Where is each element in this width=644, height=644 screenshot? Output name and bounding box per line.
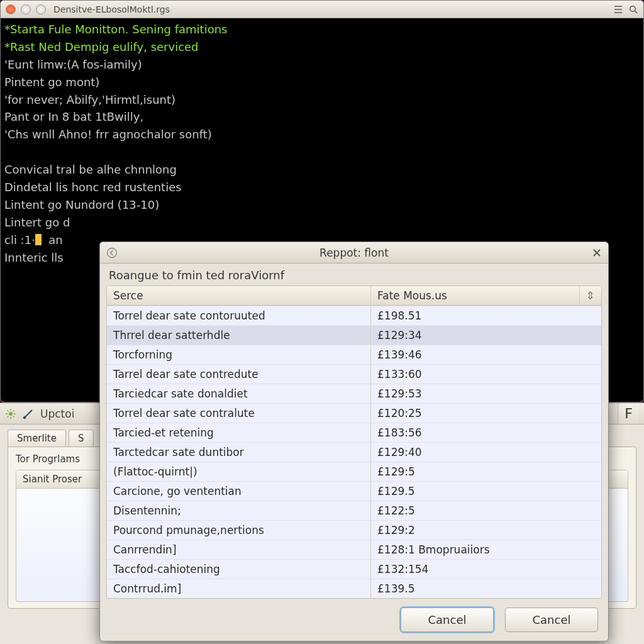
right-glyph[interactable]: F — [618, 403, 639, 424]
table-row[interactable]: Tarctedcar sate duntibor£129:40 — [107, 442, 601, 462]
cell-fate: £198.51 — [371, 306, 601, 325]
cell-serce: Tarciedcar sate donaldiet — [107, 384, 371, 403]
terminal-line: Dindetal lis honc red rustenties — [4, 180, 182, 194]
cell-fate: £129:5 — [371, 462, 601, 481]
window-close-button[interactable] — [6, 4, 16, 14]
terminal-line: Pintent go mont) — [4, 75, 99, 89]
dialog-footer: Cancel Cancel — [100, 599, 608, 641]
search-icon[interactable] — [628, 4, 638, 14]
cell-serce: Tarrel dear sate contredute — [107, 365, 371, 384]
svg-point-3 — [108, 248, 117, 257]
cell-serce: Disentennin; — [107, 501, 371, 520]
tab-s[interactable]: S — [69, 430, 94, 447]
tools-icon[interactable] — [23, 408, 34, 419]
titlebar[interactable]: Densitve-ELbosolMoktl.rgs — [1, 1, 643, 18]
cell-fate: £132:154 — [371, 560, 601, 579]
cell-serce: Contrrud.im] — [107, 579, 371, 598]
cell-serce: Pourcond pmunage,nertions — [107, 521, 371, 540]
cell-fate: £183:56 — [371, 423, 601, 442]
terminal-line: Innteric lls — [4, 251, 64, 264]
cell-serce: Torrel dear sate contoruuted — [107, 306, 371, 325]
terminal-line: cli :1· — [4, 233, 35, 247]
table-row[interactable]: Tarcied-et retening£183:56 — [107, 423, 601, 442]
gear-icon[interactable] — [5, 408, 16, 419]
table-row[interactable]: Disentennin;£122:5 — [107, 501, 601, 520]
window-minimize-button[interactable] — [21, 4, 31, 14]
terminal-line: 'for never; Abilfy,'Hirmtl,isunt) — [4, 93, 175, 106]
sort-icon[interactable]: ⇕ — [579, 286, 601, 305]
table-row[interactable]: Pourcond pmunage,nertions£129:2 — [107, 520, 601, 540]
cancel-button-secondary[interactable]: Cancel — [505, 608, 598, 632]
close-icon[interactable] — [592, 248, 602, 258]
cell-fate: £129:34 — [371, 326, 601, 345]
table-header[interactable]: Serce Fate Mous.us ⇕ — [107, 286, 601, 306]
table-row[interactable]: Tarrel dear sate contredute£133:60 — [107, 364, 601, 384]
cell-fate: £139:46 — [371, 345, 601, 364]
terminal-line: *Rast Ned Dempig eulify, serviced — [4, 40, 199, 53]
window-title: Densitve-ELbosolMoktl.rgs — [53, 4, 170, 14]
lower-window-title: Upctoi — [40, 408, 74, 420]
cell-fate: £139.5 — [371, 579, 601, 598]
terminal-cursor — [35, 234, 42, 245]
table-row[interactable]: Torrel dear sate contralute£120:25 — [107, 403, 601, 423]
terminal-line: Lintent go Nundord (13-10) — [4, 198, 159, 211]
col-fate-header[interactable]: Fate Mous.us — [371, 286, 579, 305]
dialog-subtitle: Roangue to fmin ted roraViornf — [100, 264, 608, 286]
svg-point-0 — [630, 6, 636, 11]
terminal-line: 'Eunt limw:(A fos-iamily) — [4, 58, 142, 71]
cell-fate: £129.5 — [371, 482, 601, 501]
dialog-title: Reppot: flont — [100, 247, 608, 259]
cell-serce: Tarcied-et retening — [107, 423, 371, 442]
cell-serce: Taccfod-cahiotening — [107, 560, 371, 579]
tab-smerlite[interactable]: Smerlite — [8, 430, 66, 447]
cell-serce: Torcforning — [107, 345, 371, 364]
terminal-line: *Starta Fule Monitton. Sening famitions — [4, 23, 227, 36]
dialog-table: Serce Fate Mous.us ⇕ Torrel dear sate co… — [106, 286, 602, 599]
cell-fate: £129:2 — [371, 521, 601, 540]
svg-point-1 — [9, 412, 13, 416]
cancel-button-primary[interactable]: Cancel — [401, 608, 494, 632]
cell-fate: £122:5 — [371, 501, 601, 520]
cell-fate: £120:25 — [371, 404, 601, 423]
table-row[interactable]: Tarciedcar sate donaldiet£129:53 — [107, 384, 601, 403]
cell-serce: Canrrendin] — [107, 540, 371, 559]
cell-fate: £128:1 Bmopruaiiors — [371, 540, 601, 559]
cell-serce: Torrel dear sate contralute — [107, 404, 371, 423]
report-dialog: Reppot: flont Roangue to fmin ted roraVi… — [99, 242, 609, 641]
table-row[interactable]: Taccfod-cahiotening£132:154 — [107, 559, 601, 579]
cell-serce: (Flattoc-quirnt|) — [107, 462, 371, 481]
col-serce-header[interactable]: Serce — [107, 286, 371, 305]
table-row[interactable]: Torrel dear sate contoruuted£198.51 — [107, 306, 601, 325]
terminal-line: 'Chs wnll Ahno! frr agnochalor sonft) — [4, 128, 212, 141]
cell-fate: £133:60 — [371, 365, 601, 384]
terminal-line: Pant or In 8 bat 1tBwilly, — [4, 110, 143, 123]
terminal-line: Convical tral be alhe chnnlong — [4, 163, 177, 176]
cell-fate: £129:40 — [371, 443, 601, 462]
cell-serce: Carcione, go vententian — [107, 482, 371, 501]
table-row[interactable]: Canrrendin]£128:1 Bmopruaiiors — [107, 540, 601, 559]
menu-icon[interactable] — [613, 4, 623, 14]
terminal-line: Lintert go d — [4, 216, 70, 229]
cell-serce: Thrrel dear satterhdle — [107, 326, 371, 345]
cell-fate: £129:53 — [371, 384, 601, 403]
table-row[interactable]: Carcione, go vententian£129.5 — [107, 481, 601, 501]
table-row[interactable]: Contrrud.im]£139.5 — [107, 579, 601, 598]
back-icon[interactable] — [106, 247, 118, 258]
window-maximize-button[interactable] — [36, 4, 46, 14]
cell-serce: Tarctedcar sate duntibor — [107, 443, 371, 462]
terminal-line: an — [42, 233, 63, 247]
table-row[interactable]: Torcforning£139:46 — [107, 345, 601, 364]
table-row[interactable]: Thrrel dear satterhdle£129:34 — [107, 325, 601, 345]
table-row[interactable]: (Flattoc-quirnt|)£129:5 — [107, 462, 601, 481]
dialog-titlebar[interactable]: Reppot: flont — [100, 242, 608, 264]
